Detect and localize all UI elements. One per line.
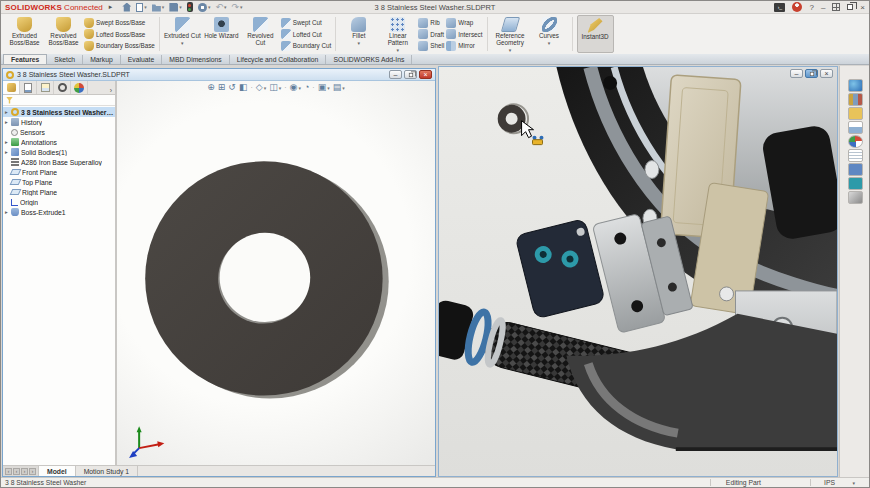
command-console-button[interactable]: ›_	[774, 3, 785, 12]
tree-item-annotations[interactable]: ▸Annotations	[3, 137, 115, 147]
assembly-document-window[interactable]: –×	[438, 66, 838, 477]
tab-model[interactable]: Model	[39, 466, 76, 476]
part-window-titlebar[interactable]: 3 8 Stainless Steel Washer.SLDPRT –×	[3, 69, 435, 81]
view-orientation-button[interactable]: ◇▾	[256, 83, 266, 92]
appearances-scenes-tab[interactable]	[848, 135, 863, 148]
qa-undo-button[interactable]: ↶▾	[215, 3, 226, 12]
tree-item-solid-bodies-1[interactable]: ▸Solid Bodies(1)	[3, 147, 115, 157]
window-layout-button[interactable]	[832, 3, 840, 11]
zoom-to-fit-button[interactable]: ⊕	[207, 83, 215, 92]
qa-redo-button[interactable]: ↷▾	[231, 3, 242, 12]
dropdown-arrow-icon[interactable]: ▾	[144, 4, 147, 10]
dropdown-arrow-icon[interactable]: ▾	[181, 40, 184, 46]
extruded-boss-base-button[interactable]: Extruded Boss/Base	[6, 15, 43, 53]
tab-motion-study-1[interactable]: Motion Study 1	[76, 466, 138, 476]
dropdown-arrow-icon[interactable]: ▾	[342, 85, 345, 91]
qa-options-button[interactable]: ▾	[198, 3, 211, 12]
dropdown-arrow-icon[interactable]: ▾	[298, 85, 301, 91]
qa-save-button[interactable]: ▾	[169, 3, 182, 12]
draft-button[interactable]: Draft	[418, 29, 444, 40]
displaymanager-tab[interactable]	[71, 81, 88, 94]
user-avatar-button[interactable]	[792, 2, 802, 12]
tab-lifecycle-and-collaboration[interactable]: Lifecycle and Collaboration	[230, 55, 327, 64]
window-restore-button[interactable]	[805, 69, 818, 78]
dropdown-arrow-icon[interactable]: ▾	[224, 4, 227, 10]
extruded-cut-button[interactable]: Extruded Cut▾	[164, 15, 201, 53]
dropdown-arrow-icon[interactable]: ▾	[548, 40, 551, 46]
qa-new-button[interactable]: ▾	[136, 3, 147, 12]
reference-geometry-button[interactable]: Reference Geometry▾	[492, 15, 529, 53]
window-minimize-button[interactable]: –	[389, 70, 402, 79]
tab-mbd-dimensions[interactable]: MBD Dimensions	[162, 55, 230, 64]
solidworks-forum-tab[interactable]	[848, 163, 863, 176]
featuremanager-tab[interactable]	[3, 81, 20, 94]
tab-scroll-arrow-icon[interactable]: ›	[29, 468, 36, 475]
status-units[interactable]: IPS	[824, 479, 835, 486]
close-button[interactable]: ×	[860, 3, 865, 12]
dropdown-arrow-icon[interactable]: ▾	[397, 47, 400, 53]
dropdown-arrow-icon[interactable]: ▾	[264, 85, 267, 91]
edit-appearance-button[interactable]: ◔	[304, 83, 309, 92]
dropdown-arrow-icon[interactable]: ▾	[162, 4, 165, 10]
window-close-button[interactable]: ×	[820, 69, 833, 78]
pack-and-go-tab[interactable]	[848, 177, 863, 190]
dimxpertmanager-tab[interactable]	[54, 81, 71, 94]
tree-item-boss-extrude1[interactable]: ▸Boss-Extrude1	[3, 207, 115, 217]
configurationmanager-tab[interactable]	[37, 81, 54, 94]
revolved-boss-base-button[interactable]: Revolved Boss/Base	[45, 15, 82, 53]
dropdown-arrow-icon[interactable]: ▾	[279, 85, 282, 91]
tab-solidworks-add-ins[interactable]: SOLIDWORKS Add-Ins	[326, 55, 412, 64]
tab-scroll-arrow-icon[interactable]: ‹	[13, 468, 20, 475]
design-library-tab[interactable]	[848, 93, 863, 106]
dropdown-arrow-icon[interactable]: ▾	[509, 47, 512, 53]
swept-boss-base-button[interactable]: Swept Boss/Base	[84, 17, 155, 28]
restore-button[interactable]	[847, 4, 853, 10]
curves-button[interactable]: Curves▾	[531, 15, 568, 53]
hide-show-items-button[interactable]: ◉▾	[290, 83, 301, 92]
dropdown-arrow-icon[interactable]: ▾	[179, 4, 182, 10]
tree-item-sensors[interactable]: Sensors	[3, 127, 115, 137]
tree-item-a286-iron-base-superalloy[interactable]: A286 Iron Base Superalloy	[3, 157, 115, 167]
file-explorer-tab[interactable]	[848, 107, 863, 120]
lofted-boss-base-button[interactable]: Lofted Boss/Base	[84, 29, 155, 40]
wrap-button[interactable]: Wrap	[446, 17, 482, 28]
zoom-to-area-button[interactable]: ⊞	[218, 83, 226, 92]
linear-pattern-button[interactable]: Linear Pattern▾	[379, 15, 416, 53]
tab-scroll-arrow-icon[interactable]: ‹	[5, 468, 12, 475]
intersect-button[interactable]: Intersect	[446, 29, 482, 40]
menu-expand-icon[interactable]: ▸	[109, 3, 113, 11]
qa-3dexperience-button[interactable]	[187, 2, 193, 12]
shell-button[interactable]: Shell	[418, 40, 444, 51]
solidworks-resources-tab[interactable]	[848, 79, 863, 92]
hole-wizard-button[interactable]: Hole Wizard	[203, 15, 240, 53]
tab-features[interactable]: Features	[3, 54, 47, 64]
boundary-cut-button[interactable]: Boundary Cut	[281, 40, 332, 51]
qa-open-button[interactable]: ▾	[152, 3, 165, 12]
qa-home-button[interactable]	[122, 3, 131, 12]
graphics-viewport[interactable]: ⊕⊞↺◧·◇▾◫▾·◉▾◔·▣▾▤▾	[117, 81, 435, 465]
tab-scroll-buttons[interactable]: ‹‹››	[3, 466, 39, 476]
display-style-button[interactable]: ◫▾	[269, 83, 281, 92]
dropdown-arrow-icon[interactable]: ▾	[358, 40, 361, 46]
revolved-cut-button[interactable]: Revolved Cut	[242, 15, 279, 53]
fillet-button[interactable]: Fillet▾	[340, 15, 377, 53]
window-minimize-button[interactable]: –	[790, 69, 803, 78]
apply-scene-button[interactable]: ▣▾	[318, 83, 330, 92]
tree-filter-bar[interactable]	[3, 95, 115, 106]
tab-sketch[interactable]: Sketch	[47, 55, 83, 64]
help-button[interactable]: ?	[809, 3, 813, 12]
view-settings-button[interactable]: ▤▾	[333, 83, 345, 92]
rib-button[interactable]: Rib	[418, 17, 444, 28]
propertymanager-tab[interactable]	[20, 81, 37, 94]
tab-evaluate[interactable]: Evaluate	[121, 55, 162, 64]
tree-item-front-plane[interactable]: Front Plane	[3, 167, 115, 177]
tree-item-history[interactable]: ▸History	[3, 117, 115, 127]
tree-item-3-8-stainless-steel-washer-test-washer[interactable]: ▸3 8 Stainless Steel Washer (test washer…	[3, 107, 115, 117]
mirror-button[interactable]: Mirror	[446, 40, 482, 51]
dropdown-arrow-icon[interactable]: ▾	[208, 4, 211, 10]
section-view-button[interactable]: ◧	[239, 83, 248, 92]
minimize-button[interactable]: –	[821, 3, 825, 12]
tree-item-right-plane[interactable]: Right Plane	[3, 187, 115, 197]
panel-expand-icon[interactable]: ›	[107, 87, 115, 94]
window-restore-button[interactable]	[404, 70, 417, 79]
